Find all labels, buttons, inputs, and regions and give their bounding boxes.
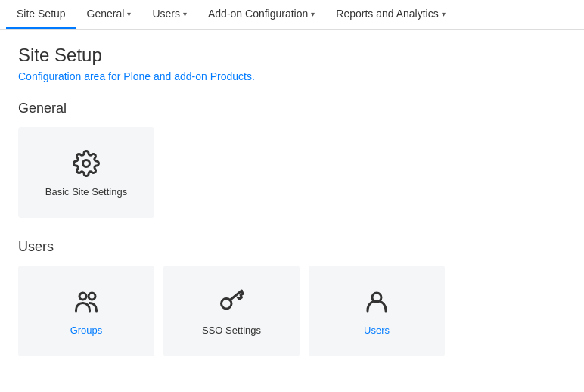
- svg-point-2: [89, 293, 95, 300]
- nav-item-addon-config[interactable]: Add-on Configuration ▾: [197, 0, 325, 29]
- section-title-general: General: [18, 101, 566, 117]
- nav-label-addon-config: Add-on Configuration: [208, 8, 308, 20]
- card-label-basic-site-settings: Basic Site Settings: [45, 186, 127, 198]
- chevron-down-icon: ▾: [127, 10, 131, 18]
- nav-bar: Site Setup General ▾ Users ▾ Add-on Conf…: [0, 0, 584, 30]
- card-label-groups: Groups: [70, 325, 103, 336]
- card-label-sso-settings: SSO Settings: [202, 325, 261, 336]
- nav-item-users[interactable]: Users ▾: [141, 0, 197, 29]
- svg-point-0: [83, 160, 90, 166]
- nav-item-general[interactable]: General ▾: [76, 0, 142, 29]
- nav-label-reports-analytics: Reports and Analytics: [336, 8, 438, 20]
- page-title: Site Setup: [18, 45, 566, 66]
- section-general: General Basic Site Settings: [18, 101, 566, 218]
- card-basic-site-settings[interactable]: Basic Site Settings: [18, 127, 154, 218]
- chevron-down-icon: ▾: [311, 10, 315, 18]
- main-content: Site Setup Configuration area for Plone …: [0, 30, 584, 392]
- page-description: Configuration area for Plone and add-on …: [18, 70, 566, 82]
- nav-item-site-setup[interactable]: Site Setup: [6, 0, 76, 29]
- card-users[interactable]: Users: [309, 266, 445, 356]
- cards-row-general: Basic Site Settings: [18, 127, 566, 218]
- nav-item-reports-analytics[interactable]: Reports and Analytics ▾: [325, 0, 455, 29]
- groups-icon: [71, 287, 101, 317]
- nav-label-users: Users: [152, 8, 180, 20]
- nav-label-general: General: [87, 8, 125, 20]
- chevron-down-icon: ▾: [442, 10, 446, 18]
- nav-label-site-setup: Site Setup: [17, 8, 66, 20]
- svg-point-1: [79, 293, 86, 300]
- key-icon: [216, 287, 247, 317]
- card-groups[interactable]: Groups: [18, 266, 154, 356]
- gear-icon: [71, 148, 101, 179]
- chevron-down-icon: ▾: [183, 10, 187, 18]
- cards-row-users: Groups SSO Settings: [18, 266, 566, 356]
- card-label-users: Users: [364, 325, 390, 336]
- user-icon: [362, 287, 392, 317]
- card-sso-settings[interactable]: SSO Settings: [163, 266, 300, 356]
- section-users: Users Groups: [18, 239, 566, 356]
- section-title-users: Users: [18, 239, 566, 255]
